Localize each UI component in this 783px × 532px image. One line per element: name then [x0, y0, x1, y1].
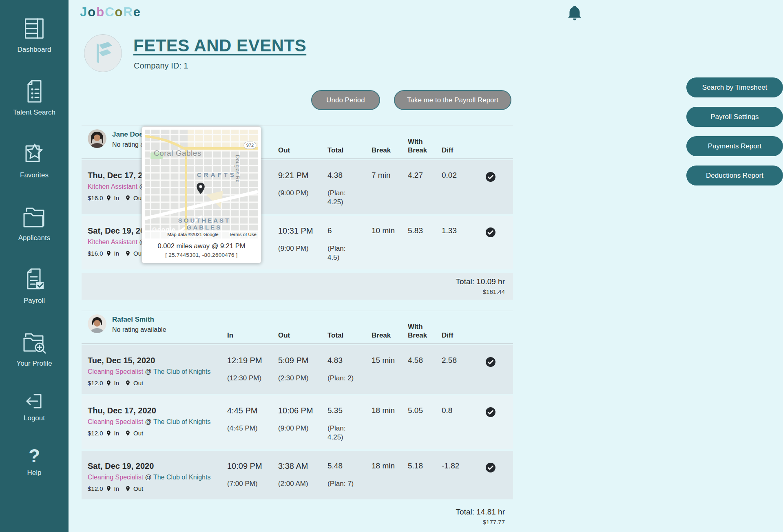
payroll-settings-button[interactable]: Payroll Settings: [686, 107, 783, 127]
approved-check-icon[interactable]: [485, 406, 510, 442]
total-hours-label: Total: 10.09 hr: [82, 277, 505, 286]
map-image[interactable]: 972 Coral Gables Douglas Rd CRAFTS SOUTH…: [145, 130, 258, 238]
in-pin-label: In: [114, 250, 119, 257]
sidebar-item-favorites[interactable]: Favorites: [20, 139, 49, 179]
in-pin-label: In: [114, 194, 119, 201]
sidebar-item-talent-search[interactable]: Talent Search: [13, 77, 55, 117]
sidebar-item-help[interactable]: ? Help: [27, 445, 42, 477]
out-plan-time: (9:00 PM): [278, 424, 327, 433]
in-pin-icon[interactable]: [106, 250, 112, 256]
at-symbol: @: [145, 418, 152, 425]
diff-hours: 0.02: [442, 171, 485, 180]
total-hours: 5.35: [327, 406, 372, 415]
distance-text: 0.002 miles away @ 9:21 PM: [145, 242, 258, 250]
side-actions: Search by Timesheet Payroll Settings Pay…: [686, 77, 783, 185]
column-header-diff: Diff: [442, 146, 485, 155]
shift-venue-link[interactable]: The Club of Knights: [153, 418, 211, 425]
shift-role-link[interactable]: Cleaning Specialist: [88, 474, 143, 481]
out-pin-label: Out: [133, 485, 143, 492]
plan-hours: (Plan: 2): [327, 374, 357, 383]
break-duration: 18 min: [372, 461, 408, 470]
in-pin-label: In: [114, 430, 119, 437]
shift-venue-link[interactable]: The Club of Knights: [153, 368, 211, 375]
table-header: Rafael Smith No rating available In Out …: [82, 313, 513, 344]
total-amount: $177.77: [82, 519, 505, 525]
deductions-report-button[interactable]: Deductions Report: [686, 166, 783, 185]
sidebar-item-applicants[interactable]: Applicants: [18, 202, 50, 242]
out-pin-icon[interactable]: [125, 380, 131, 386]
sidebar-item-logout[interactable]: Logout: [24, 391, 45, 422]
column-header-out: Out: [278, 146, 327, 155]
diff-hours: 2.58: [442, 356, 485, 365]
coordinates-text: [ 25.7445301, -80.2600476 ]: [145, 252, 258, 258]
break-duration: 15 min: [372, 356, 408, 365]
in-plan-time: (7:00 PM): [227, 480, 278, 488]
map-city-label: Coral Gables: [154, 149, 201, 157]
shift-rate: $16.0: [88, 250, 103, 257]
employee-totals: Total: 14.81 hr $177.77: [82, 505, 513, 530]
shift-role-link[interactable]: Cleaning Specialist: [88, 368, 143, 375]
with-break-hours: 5.05: [408, 406, 442, 415]
shift-venue-link[interactable]: The Club of Knights: [153, 474, 211, 481]
employee-totals: Total: 10.09 hr $161.44: [82, 273, 513, 300]
shift-role-link[interactable]: Kitchen Assistant: [88, 238, 137, 245]
column-header-out: Out: [278, 331, 327, 340]
timesheet-row: Tue, Dec 15, 2020 Cleaning Specialist @ …: [82, 345, 513, 394]
map-road-label: Douglas Rd: [234, 155, 241, 183]
talent-search-icon: [21, 77, 47, 106]
logo-letter: J: [80, 5, 88, 19]
in-pin-icon[interactable]: [106, 486, 112, 492]
out-pin-icon[interactable]: [125, 430, 131, 436]
shift-role-link[interactable]: Cleaning Specialist: [88, 418, 143, 425]
payroll-report-button[interactable]: Take me to the Payroll Report: [394, 90, 511, 110]
terms-of-use-link[interactable]: Terms of Use: [229, 232, 257, 237]
at-symbol: @: [145, 368, 152, 375]
shift-date: Tue, Dec 15, 2020: [88, 356, 227, 365]
approved-check-icon[interactable]: [485, 226, 510, 262]
payments-report-button[interactable]: Payments Report: [686, 136, 783, 156]
in-pin-icon[interactable]: [106, 195, 112, 201]
page-title[interactable]: FETES AND EVENTS: [133, 36, 306, 55]
approved-check-icon[interactable]: [485, 171, 510, 207]
in-time: 4:45 PM: [227, 406, 278, 415]
logo-letter: o: [115, 5, 124, 19]
employee-avatar: [88, 129, 106, 148]
out-pin-icon[interactable]: [125, 250, 131, 256]
break-duration: 7 min: [372, 171, 408, 180]
total-hours-label: Total: 14.81 hr: [82, 508, 505, 517]
timesheet-row: Thu, Dec 17, 2020 Cleaning Specialist @ …: [82, 395, 513, 449]
logo-letter: R: [123, 5, 133, 19]
diff-hours: 0.8: [442, 406, 485, 415]
your-profile-icon: [21, 328, 48, 357]
in-pin-icon[interactable]: [106, 430, 112, 436]
shift-role-link[interactable]: Kitchen Assistant: [88, 183, 137, 190]
help-icon: ?: [29, 445, 40, 466]
search-by-timesheet-button[interactable]: Search by Timesheet: [686, 77, 783, 97]
undo-period-button[interactable]: Undo Period: [311, 90, 380, 110]
logo-letter: C: [105, 5, 115, 19]
jobcore-logo[interactable]: JobCoRe: [80, 5, 141, 20]
sidebar-item-payroll[interactable]: Payroll: [21, 265, 47, 305]
employee-rating: No rating available: [112, 326, 166, 333]
logo-letter: b: [96, 5, 105, 19]
notifications-bell-icon[interactable]: [567, 5, 582, 22]
at-symbol: @: [145, 474, 152, 481]
total-hours: 6: [327, 226, 372, 235]
in-pin-label: In: [114, 380, 119, 386]
sidebar-item-dashboard[interactable]: Dashboard: [17, 14, 51, 54]
employee-name: Rafael Smith: [112, 314, 166, 324]
employee-header: Rafael Smith No rating available: [88, 313, 227, 333]
map-district-label: CRAFTS: [197, 171, 237, 178]
shift-rate: $12.0: [88, 485, 103, 492]
column-header-break: Break: [372, 331, 408, 340]
with-break-hours: 5.83: [408, 226, 442, 235]
approved-check-icon[interactable]: [485, 356, 510, 386]
approved-check-icon[interactable]: [485, 461, 510, 492]
out-pin-icon[interactable]: [125, 195, 131, 201]
out-pin-icon[interactable]: [125, 486, 131, 492]
sidebar: Dashboard Talent Search Favorites Applic…: [0, 0, 69, 532]
column-header-diff: Diff: [442, 331, 485, 340]
sidebar-item-your-profile[interactable]: Your Profile: [16, 328, 52, 368]
in-pin-icon[interactable]: [106, 380, 112, 386]
break-duration: 10 min: [372, 226, 408, 235]
